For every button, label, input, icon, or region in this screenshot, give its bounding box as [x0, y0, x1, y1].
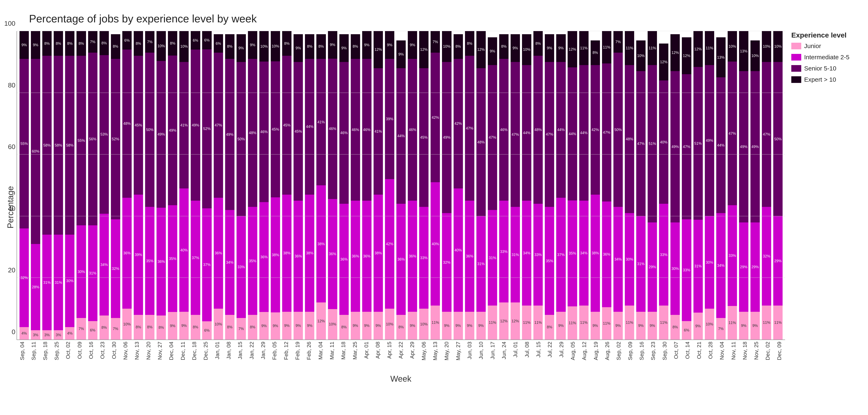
bar-segment-expert: 12%	[659, 43, 669, 81]
bar-segment-junior: 11%	[522, 306, 531, 340]
bar-segment-label: 44%	[716, 143, 725, 148]
bar-segment-senior: 44%	[396, 68, 406, 204]
bar-segment-inter: 33%	[419, 207, 429, 309]
x-tick-text: Feb, 19	[294, 342, 301, 360]
bar-segment-expert: 6%	[202, 31, 212, 49]
bar-group: 6%31%56%7%	[87, 31, 98, 340]
bar-group: 11%30%48%11%	[624, 31, 635, 340]
bar-segment-expert: 9%	[545, 34, 554, 62]
bar-segment-label: 8%	[225, 325, 235, 329]
x-tick: Apr, 08	[372, 340, 383, 373]
x-tick-text: Mar, 18	[340, 342, 347, 360]
bar-segment-inter: 33%	[727, 205, 737, 306]
bar-segment-senior: 41%	[179, 62, 189, 188]
bar-segment-senior: 58%	[54, 56, 63, 235]
bar-segment-label: 12%	[568, 47, 577, 52]
bar-group: 9%37%44%9%	[555, 31, 566, 340]
bar-group: 9%31%48%12%	[475, 31, 487, 340]
bar-segment-expert: 12%	[682, 37, 691, 74]
x-tick-text: Dec, 18	[191, 342, 197, 360]
x-tick: Dec, 02	[762, 340, 773, 373]
bar-segment-junior: 11%	[659, 306, 669, 340]
bar-segment-expert: 12%	[693, 31, 703, 67]
x-tick-text: Oct, 28	[707, 342, 714, 359]
legend-label: Junior	[804, 42, 821, 50]
bar-segment-label: 8%	[533, 41, 543, 45]
x-tick: Sep, 04	[17, 340, 28, 373]
bar-segment-label: 10%	[636, 54, 646, 58]
x-tick-text: Sep, 18	[42, 342, 49, 360]
bar-segment-junior: 11%	[533, 306, 543, 340]
bar-group: 8%30%49%12%	[670, 31, 681, 340]
bar-segment-label: 50%	[237, 137, 246, 141]
bar-segment-label: 34%	[613, 257, 623, 262]
bar-group: 10%36%47%6%	[213, 31, 224, 340]
bar-segment-junior: 9%	[454, 312, 463, 340]
bar-segment-label: 45%	[293, 129, 303, 133]
bar-segment-label: 10%	[750, 54, 760, 58]
bar-segment-label: 9%	[454, 324, 463, 328]
bar-segment-expert: 9%	[396, 40, 406, 68]
bar-segment-label: 38%	[282, 251, 291, 255]
bar-group: 8%35%47%9%	[544, 31, 555, 340]
bar-segment-junior: 9%	[556, 312, 565, 340]
x-tick-text: Jan, 29	[260, 342, 267, 359]
bar-segment-label: 38%	[374, 251, 383, 255]
x-tick-text: Sep, 11	[30, 342, 37, 360]
bar-group: 9%36%46%10%	[258, 31, 270, 340]
bar-segment-expert: 10%	[259, 31, 269, 62]
x-tick-text: Jan, 01	[214, 342, 221, 359]
bar-segment-senior: 50%	[237, 62, 246, 216]
legend-swatch	[791, 76, 801, 83]
x-tick-text: Nov, 25	[753, 342, 760, 360]
bar-segment-label: 10%	[157, 44, 166, 48]
bar-segment-expert: 13%	[716, 37, 725, 77]
bar-segment-inter: 35%	[545, 207, 554, 315]
bar-segment-label: 49%	[750, 145, 760, 149]
legend-item: Expert > 10	[791, 76, 862, 83]
bar-segment-label: 11%	[602, 45, 611, 49]
bar-segment-senior: 52%	[202, 49, 212, 208]
bar-segment-label: 11%	[705, 46, 714, 50]
bar-segment-senior: 58%	[65, 56, 74, 235]
x-tick: Jul, 29	[556, 340, 567, 373]
x-tick-text: Dec, 02	[765, 342, 771, 360]
x-tick-text: Jun, 17	[490, 342, 496, 359]
bar-segment-inter: 38%	[591, 195, 600, 312]
bar-segment-junior: 9%	[465, 312, 474, 340]
bar-segment-inter: 40%	[179, 188, 189, 312]
bar-segment-label: 29%	[739, 265, 748, 269]
bar-segment-label: 49%	[739, 145, 748, 149]
bar-segment-expert: 11%	[579, 31, 589, 65]
bar-segment-senior: 44%	[556, 62, 565, 198]
bar-segment-label: 48%	[533, 128, 543, 132]
x-tick-text: Aug, 19	[593, 342, 599, 360]
bar-segment-label: 9%	[510, 46, 520, 50]
bar-group: 10%33%45%12%	[418, 31, 429, 340]
bar-segment-junior: 8%	[248, 315, 257, 340]
bar-segment-junior: 3%	[31, 330, 40, 340]
x-tick: Apr, 22	[395, 340, 406, 373]
bar-segment-label: 44%	[568, 132, 577, 136]
bar-segment-label: 10%	[522, 47, 531, 52]
bar-segment-inter: 29%	[773, 216, 783, 306]
bar-segment-label: 34%	[716, 263, 725, 267]
x-tick: Dec, 09	[774, 340, 785, 373]
bar-segment-inter: 31%	[476, 216, 486, 312]
bar-segment-expert: 6%	[191, 31, 200, 50]
bar-segment-label: 45%	[271, 127, 280, 132]
bar-segment-expert: 9%	[510, 34, 520, 62]
bar-segment-junior: 9%	[648, 312, 657, 340]
bar-segment-label: 42%	[431, 115, 440, 120]
bar-group: 9%36%45%9%	[293, 31, 304, 340]
bar-segment-expert: 7%	[613, 31, 623, 53]
bar-segment-label: 38%	[316, 242, 326, 246]
bar-segment-inter: 32%	[20, 228, 29, 327]
bar-segment-label: 36%	[293, 254, 303, 258]
bar-segment-expert: 8%	[316, 34, 326, 59]
bar-segment-label: 9%	[488, 49, 497, 53]
bar-segment-inter: 32%	[442, 213, 451, 312]
x-tick: Mar, 25	[349, 340, 361, 373]
bar-segment-label: 47%	[488, 135, 497, 140]
bar-group: 11%31%47%9%	[487, 31, 498, 340]
